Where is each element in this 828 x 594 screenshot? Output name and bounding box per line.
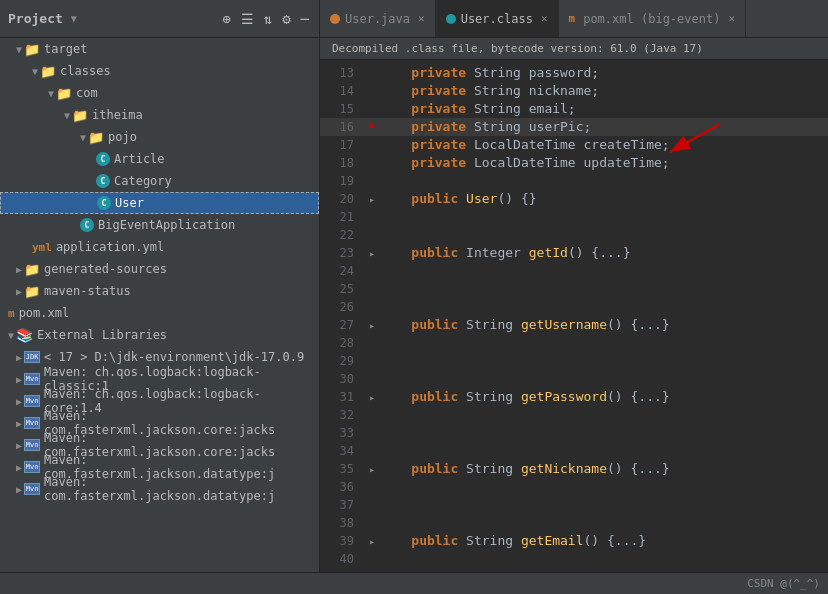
code-line-28: 28: [320, 334, 828, 352]
code-text: private LocalDateTime updateTime;: [380, 154, 828, 172]
expand-arrow: ▼: [48, 88, 54, 99]
sidebar-item-pojo[interactable]: ▼ 📁 pojo: [0, 126, 319, 148]
settings-icon[interactable]: ⚙: [280, 9, 292, 29]
line-number: 21: [320, 210, 364, 224]
sidebar-item-category[interactable]: C Category: [0, 170, 319, 192]
code-line-27: 27 ▸ public String getUsername() {...}: [320, 316, 828, 334]
line-number: 34: [320, 444, 364, 458]
line-number: 27: [320, 318, 364, 332]
code-line-23: 23 ▸ public Integer getId() {...}: [320, 244, 828, 262]
sidebar-item-generated-sources[interactable]: ▶ 📁 generated-sources: [0, 258, 319, 280]
class-icon: [446, 14, 456, 24]
main-layout: ▼ 📁 target ▼ 📁 classes ▼ 📁 com ▼ 📁 ithei…: [0, 38, 828, 572]
xml-icon: m: [569, 12, 576, 25]
tab-pom-xml[interactable]: m pom.xml (big-event) ✕: [559, 0, 747, 37]
folder-icon: 📁: [24, 262, 40, 277]
class-dot-icon: C: [80, 218, 94, 232]
code-line-36: 36: [320, 478, 828, 496]
line-number: 37: [320, 498, 364, 512]
tree-label-user: User: [115, 196, 144, 210]
tree-label: classes: [60, 64, 111, 78]
line-number: 20: [320, 192, 364, 206]
code-text: [380, 406, 828, 424]
project-dropdown-icon[interactable]: ▼: [71, 13, 77, 24]
expand-arrow: ▼: [32, 66, 38, 77]
folder-icon: 📁: [24, 42, 40, 57]
code-area[interactable]: 13 private String password; 14 private S…: [320, 60, 828, 572]
line-number: 25: [320, 282, 364, 296]
expand-arrow: ▶: [16, 396, 22, 407]
code-text: private String nickname;: [380, 82, 828, 100]
tree-label: pojo: [108, 130, 137, 144]
code-text: [380, 172, 828, 190]
sidebar-item-pom-xml[interactable]: m pom.xml: [0, 302, 319, 324]
sidebar-item-application-yml[interactable]: yml application.yml: [0, 236, 319, 258]
line-gutter: ▸: [364, 248, 380, 259]
minimize-icon[interactable]: ─: [299, 9, 311, 29]
sidebar-item-jackson-datatype2[interactable]: ▶ Mvn Maven: com.fasterxml.jackson.datat…: [0, 478, 319, 500]
list-icon[interactable]: ☰: [239, 9, 256, 29]
sidebar-item-maven-status[interactable]: ▶ 📁 maven-status: [0, 280, 319, 302]
tree-label: Category: [114, 174, 172, 188]
sidebar-item-classes[interactable]: ▼ 📁 classes: [0, 60, 319, 82]
code-line-13: 13 private String password;: [320, 64, 828, 82]
sidebar-item-itheima[interactable]: ▼ 📁 itheima: [0, 104, 319, 126]
sort-icon[interactable]: ⇅: [262, 9, 274, 29]
code-text: [380, 208, 828, 226]
code-line-30: 30: [320, 370, 828, 388]
folder-icon: 📁: [40, 64, 56, 79]
line-number: 15: [320, 102, 364, 116]
line-number: 19: [320, 174, 364, 188]
sidebar-item-bigeventapp[interactable]: C BigEventApplication: [0, 214, 319, 236]
fold-icon[interactable]: ▸: [369, 194, 375, 205]
maven-icon: Mvn: [24, 417, 40, 429]
code-text: [380, 298, 828, 316]
code-text: [380, 352, 828, 370]
line-gutter: ▸: [364, 536, 380, 547]
code-text: [380, 568, 828, 572]
line-number: 40: [320, 552, 364, 566]
code-line-19: 19: [320, 172, 828, 190]
status-bar: CSDN @(^_^): [0, 572, 828, 594]
sidebar-item-user[interactable]: C User: [0, 192, 319, 214]
code-text: [380, 226, 828, 244]
java-icon: [330, 14, 340, 24]
fold-icon[interactable]: ▸: [369, 536, 375, 547]
sidebar-item-article[interactable]: C Article: [0, 148, 319, 170]
code-line-32: 32: [320, 406, 828, 424]
code-text: [380, 478, 828, 496]
tree-label: target: [44, 42, 87, 56]
sidebar-item-target[interactable]: ▼ 📁 target: [0, 38, 319, 60]
close-tab-user-class[interactable]: ✕: [541, 12, 548, 25]
folder-icon: 📁: [72, 108, 88, 123]
fold-icon[interactable]: ▸: [369, 392, 375, 403]
code-line-31: 31 ▸ public String getPassword() {...}: [320, 388, 828, 406]
sidebar-item-com[interactable]: ▼ 📁 com: [0, 82, 319, 104]
tab-user-java[interactable]: User.java ✕: [320, 0, 436, 37]
code-text: [380, 424, 828, 442]
sidebar: ▼ 📁 target ▼ 📁 classes ▼ 📁 com ▼ 📁 ithei…: [0, 38, 320, 572]
code-text: public String getUsername() {...}: [380, 316, 828, 334]
code-line-29: 29: [320, 352, 828, 370]
line-number: 29: [320, 354, 364, 368]
line-gutter: ▸: [364, 392, 380, 403]
tab-user-class[interactable]: User.class ✕: [436, 0, 559, 37]
code-line-16: 16 ➤ private String userPic;: [320, 118, 828, 136]
code-line-26: 26: [320, 298, 828, 316]
line-number: 18: [320, 156, 364, 170]
tree-label: pom.xml: [19, 306, 70, 320]
expand-arrow: ▶: [16, 440, 22, 451]
line-number: 31: [320, 390, 364, 404]
close-tab-pom-xml[interactable]: ✕: [728, 12, 735, 25]
sidebar-item-external-libs[interactable]: ▼ 📚 External Libraries: [0, 324, 319, 346]
expand-arrow: ▶: [16, 374, 22, 385]
line-number: 36: [320, 480, 364, 494]
close-tab-user-java[interactable]: ✕: [418, 12, 425, 25]
code-line-18: 18 private LocalDateTime updateTime;: [320, 154, 828, 172]
fold-icon[interactable]: ▸: [369, 320, 375, 331]
add-icon[interactable]: ⊕: [220, 9, 232, 29]
fold-icon[interactable]: ▸: [369, 248, 375, 259]
fold-icon[interactable]: ▸: [369, 464, 375, 475]
folder-icon: 📁: [56, 86, 72, 101]
tree-label: Maven: com.fasterxml.jackson.datatype:j: [44, 475, 315, 503]
